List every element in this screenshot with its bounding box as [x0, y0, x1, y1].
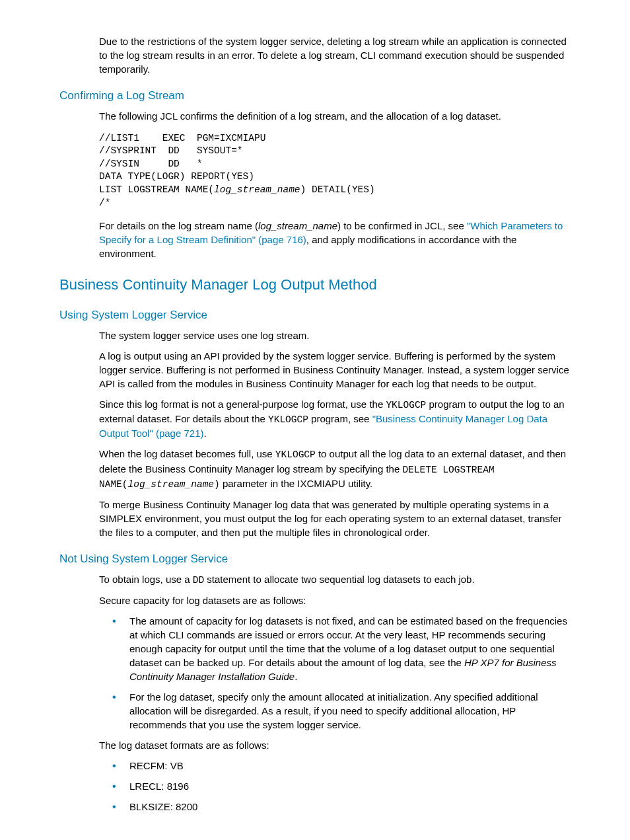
list-item: The amount of capacity for log datasets … — [112, 614, 571, 683]
program-name: YKLOGCP — [275, 449, 316, 460]
text-fragment: When the log dataset becomes full, use — [99, 448, 275, 459]
using-p1: The system logger service uses one log s… — [99, 328, 571, 342]
text-fragment: For details on the log stream name ( — [99, 220, 258, 231]
text-fragment: parameter in the IXCMIAPU utility. — [220, 478, 372, 489]
code-line: LIST LOGSTREAM NAME( — [99, 184, 214, 195]
using-p4: When the log dataset becomes full, use Y… — [99, 447, 571, 491]
capacity-list: The amount of capacity for log datasets … — [112, 614, 571, 732]
dd-statement: DD — [193, 575, 204, 586]
intro-paragraph: Due to the restrictions of the system lo… — [99, 34, 571, 76]
notusing-p3: The log dataset formats are as follows: — [99, 738, 571, 752]
code-line: //SYSPRINT DD SYSOUT=* — [99, 145, 243, 156]
list-item: RECFM: VB — [112, 759, 571, 773]
code-param: log_stream_name — [128, 479, 215, 490]
code-line: //LIST1 EXEC PGM=IXCMIAPU — [99, 133, 265, 143]
text-fragment: ) to be confirmed in JCL, see — [337, 220, 467, 231]
code-line: DATA TYPE(LOGR) REPORT(YES) — [99, 171, 254, 182]
text-fragment: Since this log format is not a general-p… — [99, 399, 386, 410]
using-p2: A log is output using an API provided by… — [99, 349, 571, 391]
code-line: //SYSIN DD * — [99, 159, 203, 169]
text-fragment: statement to allocate two sequential log… — [204, 574, 474, 585]
code-param: log_stream_name — [214, 184, 300, 195]
heading-confirming-log-stream: Confirming a Log Stream — [59, 88, 571, 104]
heading-using-system-logger: Using System Logger Service — [59, 307, 571, 323]
code-line: /* — [99, 198, 110, 208]
program-name: YKLOGCP — [268, 414, 308, 425]
heading-not-using-system-logger: Not Using System Logger Service — [59, 551, 571, 567]
using-p5: To merge Business Continuity Manager log… — [99, 498, 571, 539]
using-p3: Since this log format is not a general-p… — [99, 397, 571, 441]
heading-bcm-log-output: Business Continuity Manager Log Output M… — [59, 275, 571, 295]
confirming-p2: For details on the log stream name (log_… — [99, 219, 571, 260]
format-list: RECFM: VB LRECL: 8196 BLKSIZE: 8200 — [112, 759, 571, 814]
confirming-p1: The following JCL confirms the definitio… — [99, 109, 571, 123]
notusing-p2: Secure capacity for log datasets are as … — [99, 593, 571, 607]
text-fragment: program, see — [308, 413, 372, 424]
text-fragment: . — [204, 428, 207, 439]
param-name: log_stream_name — [258, 220, 337, 231]
list-item: BLKSIZE: 8200 — [112, 800, 571, 814]
page-content: Due to the restrictions of the system lo… — [0, 0, 630, 840]
list-item: For the log dataset, specify only the am… — [112, 690, 571, 732]
jcl-code-block: //LIST1 EXEC PGM=IXCMIAPU //SYSPRINT DD … — [99, 132, 571, 210]
code-line: ) DETAIL(YES) — [300, 184, 375, 195]
notusing-p1: To obtain logs, use a DD statement to al… — [99, 572, 571, 587]
text-fragment: . — [295, 671, 297, 682]
program-name: YKLOGCP — [386, 400, 426, 410]
text-fragment: To obtain logs, use a — [99, 574, 193, 585]
list-item: LRECL: 8196 — [112, 779, 571, 793]
code-fragment: ) — [214, 479, 220, 490]
